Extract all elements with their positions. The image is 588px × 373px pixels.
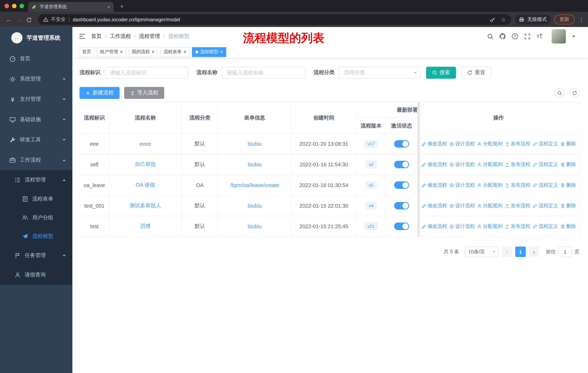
design-process-link[interactable]: 设计流程 bbox=[449, 161, 475, 168]
form-info-link[interactable]: biubiu bbox=[248, 141, 262, 147]
design-process-link[interactable]: 设计流程 bbox=[449, 182, 475, 189]
back-button[interactable]: ← bbox=[4, 16, 14, 23]
tag-my-process[interactable]: 我的流程 × bbox=[128, 47, 158, 57]
process-name-link[interactable]: OA 请假 bbox=[136, 182, 155, 188]
hamburger-icon[interactable] bbox=[79, 33, 85, 40]
minimize-window-button[interactable] bbox=[12, 4, 17, 8]
refresh-table-button[interactable] bbox=[570, 88, 579, 98]
process-name-link[interactable]: eeee bbox=[139, 141, 151, 147]
design-process-link[interactable]: 设计流程 bbox=[449, 202, 475, 209]
edit-process-link[interactable]: 修改流程 bbox=[422, 182, 447, 189]
tag-close-icon[interactable]: × bbox=[152, 50, 155, 54]
url-text[interactable]: dashboard.yudao.iocoder.cn/bpm/manager/m… bbox=[73, 17, 180, 22]
publish-process-link[interactable]: 发布流程 bbox=[505, 161, 530, 168]
toggle-search-button[interactable] bbox=[555, 88, 564, 98]
page-number-1[interactable]: 1 bbox=[515, 247, 526, 257]
edit-process-link[interactable]: 修改流程 bbox=[422, 141, 447, 147]
status-toggle[interactable] bbox=[394, 222, 409, 230]
zoom-window-button[interactable] bbox=[20, 4, 24, 8]
version-badge[interactable]: v5 bbox=[366, 181, 376, 189]
edit-process-link[interactable]: 修改流程 bbox=[422, 202, 447, 209]
publish-process-link[interactable]: 发布流程 bbox=[505, 202, 530, 209]
avatar[interactable] bbox=[552, 29, 566, 43]
url-bar[interactable]: 不安全 dashboard.yudao.iocoder.cn/bpm/manag… bbox=[38, 14, 511, 25]
sidebar-item-process-management[interactable]: 流程管理 bbox=[0, 170, 72, 190]
assign-rule-link[interactable]: 分配规则 bbox=[477, 182, 503, 189]
delete-link[interactable]: 删除 bbox=[560, 161, 576, 168]
search-button[interactable]: 搜索 bbox=[426, 67, 456, 79]
tag-process-form[interactable]: 流程表单 × bbox=[160, 47, 190, 57]
sidebar-item-task-management[interactable]: 任务管理 bbox=[0, 246, 72, 265]
assign-rule-link[interactable]: 分配规则 bbox=[477, 223, 503, 230]
process-definition-link[interactable]: 流程定义 bbox=[533, 141, 558, 147]
sidebar-item-payment[interactable]: ¥ 支付管理 bbox=[0, 89, 72, 110]
process-definition-link[interactable]: 流程定义 bbox=[533, 182, 558, 189]
breadcrumb-workflow[interactable]: 工作流程 bbox=[110, 33, 131, 40]
version-badge[interactable]: v21 bbox=[364, 222, 378, 230]
reload-button[interactable] bbox=[24, 16, 34, 23]
font-size-icon[interactable] bbox=[536, 33, 543, 40]
status-toggle[interactable] bbox=[394, 140, 409, 148]
sidebar-item-devtools[interactable]: 研发工具 bbox=[0, 130, 72, 150]
edit-process-link[interactable]: 修改流程 bbox=[422, 223, 447, 230]
process-name-link[interactable]: 测试多审批人 bbox=[130, 202, 161, 208]
publish-process-link[interactable]: 发布流程 bbox=[505, 182, 530, 189]
tag-close-icon[interactable]: × bbox=[220, 50, 223, 54]
delete-link[interactable]: 删除 bbox=[560, 141, 576, 147]
design-process-link[interactable]: 设计流程 bbox=[449, 141, 475, 147]
sidebar-item-process-form[interactable]: 流程表单 bbox=[0, 190, 72, 208]
edit-process-link[interactable]: 修改流程 bbox=[422, 161, 447, 168]
version-badge[interactable]: v17 bbox=[364, 140, 378, 148]
sidebar-item-home[interactable]: 首页 bbox=[0, 49, 72, 69]
assign-rule-link[interactable]: 分配规则 bbox=[477, 161, 503, 168]
close-window-button[interactable] bbox=[5, 4, 9, 8]
form-info-link[interactable]: biubiu bbox=[248, 223, 262, 229]
header-search-icon[interactable] bbox=[487, 33, 494, 40]
publish-process-link[interactable]: 发布流程 bbox=[505, 223, 530, 230]
password-key-icon[interactable] bbox=[490, 17, 495, 22]
process-category-select[interactable]: 流程分类 bbox=[339, 67, 421, 79]
process-name-input[interactable] bbox=[222, 67, 305, 79]
assign-rule-link[interactable]: 分配规则 bbox=[477, 202, 503, 209]
delete-link[interactable]: 删除 bbox=[560, 202, 576, 209]
bookmark-star-icon[interactable]: ☆ bbox=[501, 17, 506, 22]
process-definition-link[interactable]: 流程定义 bbox=[533, 202, 558, 209]
create-process-button[interactable]: 新建流程 bbox=[79, 87, 120, 99]
design-process-link[interactable]: 设计流程 bbox=[449, 223, 475, 230]
breadcrumb-process-management[interactable]: 流程管理 bbox=[139, 33, 160, 40]
import-process-button[interactable]: 导入流程 bbox=[124, 87, 164, 99]
sidebar-item-infrastructure[interactable]: 基础设施 bbox=[0, 110, 72, 130]
tag-close-icon[interactable]: × bbox=[120, 50, 123, 54]
process-name-link[interactable]: 滔博 bbox=[140, 223, 151, 229]
tag-home[interactable]: 首页 bbox=[79, 47, 94, 57]
forward-button[interactable]: → bbox=[14, 16, 24, 23]
form-info-link[interactable]: biubiu bbox=[248, 161, 262, 168]
tag-close-icon[interactable]: × bbox=[183, 50, 186, 54]
page-size-select[interactable]: 10条/页 bbox=[465, 247, 499, 257]
tab-close-icon[interactable]: × bbox=[107, 4, 110, 10]
new-tab-button[interactable]: + bbox=[118, 3, 126, 10]
browser-tab[interactable]: 芋道管理系统 × bbox=[28, 2, 114, 12]
sidebar-item-leave-query[interactable]: 请假查询 bbox=[0, 265, 72, 285]
reset-button[interactable]: 重置 bbox=[461, 67, 491, 79]
delete-link[interactable]: 删除 bbox=[560, 223, 576, 230]
sidebar-item-process-model[interactable]: 流程模型 bbox=[0, 227, 72, 246]
version-badge[interactable]: v4 bbox=[366, 202, 376, 210]
delete-link[interactable]: 删除 bbox=[560, 182, 576, 189]
breadcrumb-home[interactable]: 首页 bbox=[91, 33, 102, 40]
publish-process-link[interactable]: 发布流程 bbox=[505, 141, 530, 147]
help-icon[interactable]: ? bbox=[511, 33, 518, 40]
process-definition-link[interactable]: 流程定义 bbox=[533, 223, 558, 230]
form-info-link[interactable]: /bpm/oa/leave/create bbox=[230, 182, 279, 188]
sidebar-item-system[interactable]: 系统管理 bbox=[0, 69, 72, 89]
fullscreen-icon[interactable] bbox=[524, 33, 531, 40]
form-info-link[interactable]: biubiu bbox=[248, 203, 262, 209]
browser-menu-icon[interactable]: ⋮ bbox=[578, 16, 584, 23]
sidebar-item-user-group[interactable]: 用户分组 bbox=[0, 208, 72, 227]
assign-rule-link[interactable]: 分配规则 bbox=[477, 141, 503, 147]
process-id-input[interactable] bbox=[105, 67, 188, 79]
process-definition-link[interactable]: 流程定义 bbox=[533, 161, 558, 168]
version-badge[interactable]: v2 bbox=[366, 161, 376, 168]
app-logo[interactable]: 芋道管理系统 bbox=[0, 27, 72, 49]
next-page-button[interactable]: › bbox=[529, 247, 539, 257]
